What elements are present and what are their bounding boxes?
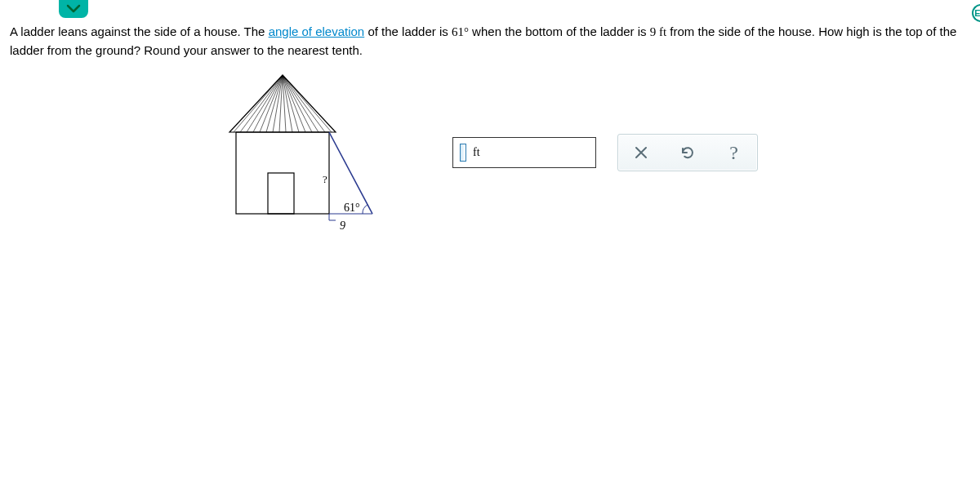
close-icon <box>635 146 648 159</box>
q-part1: A ladder leans against the side of a hou… <box>10 24 269 38</box>
help-button[interactable]: ? <box>718 138 751 167</box>
reset-button[interactable] <box>671 138 704 167</box>
answer-input-container[interactable]: ft <box>452 137 596 168</box>
question-mark-icon: ? <box>729 142 738 164</box>
angle-of-elevation-link[interactable]: angle of elevation <box>269 24 365 38</box>
input-cursor-icon <box>460 144 466 162</box>
q-part2: of the ladder is <box>364 24 452 38</box>
svg-line-12 <box>283 75 312 132</box>
svg-line-2 <box>247 75 283 132</box>
answer-unit: ft <box>473 146 480 159</box>
svg-rect-18 <box>268 173 294 214</box>
control-bar: ? <box>617 134 758 171</box>
q-part3: when the bottom of the ladder is <box>469 24 650 38</box>
svg-marker-16 <box>229 75 336 132</box>
q-angle: 61° <box>452 25 469 38</box>
right-edge-badge: E <box>972 4 980 22</box>
svg-line-1 <box>240 75 283 132</box>
clear-button[interactable] <box>625 138 657 167</box>
collapse-button[interactable] <box>59 0 88 18</box>
svg-line-14 <box>283 75 325 132</box>
undo-icon <box>679 145 696 160</box>
diagram-svg: ? 61° 9 <box>209 69 389 240</box>
svg-line-4 <box>260 75 283 132</box>
question-text: A ladder leans against the side of a hou… <box>10 23 964 60</box>
base-label: 9 <box>340 219 345 232</box>
unknown-label: ? <box>323 173 327 185</box>
q-distance: 9 ft <box>650 25 666 38</box>
svg-line-3 <box>253 75 283 132</box>
svg-line-13 <box>283 75 318 132</box>
house-ladder-diagram: ? 61° 9 <box>209 69 389 240</box>
chevron-down-icon <box>66 4 81 14</box>
angle-label: 61° <box>344 202 360 214</box>
svg-line-11 <box>283 75 305 132</box>
